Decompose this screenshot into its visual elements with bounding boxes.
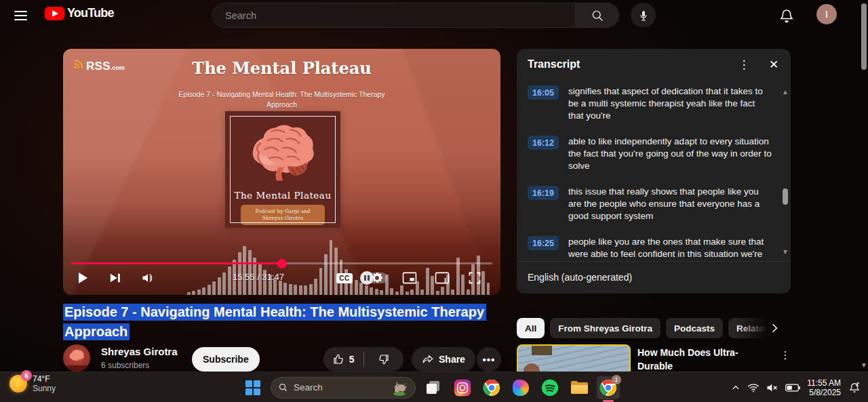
transcript-scrollbar-thumb[interactable]	[783, 188, 788, 205]
notification-center-button[interactable]	[848, 381, 861, 395]
page-scrollbar[interactable]: ▼	[860, 0, 868, 371]
transcript-cue[interactable]: 16:19 this issue that really shows that …	[528, 186, 780, 222]
progress-played[interactable]	[71, 262, 282, 264]
weather-description: Sunny	[33, 384, 56, 393]
cue-timestamp[interactable]: 16:19	[528, 186, 559, 200]
task-view-button[interactable]	[422, 376, 445, 399]
wifi-button[interactable]	[747, 382, 760, 393]
video-title-line1: Episode 7 - Navigating Mental Health: Th…	[63, 304, 486, 321]
thumbs-up-icon	[332, 353, 344, 365]
folder-icon	[571, 381, 588, 394]
voice-search-button[interactable]	[631, 3, 656, 28]
youtube-logo[interactable]: YouTube	[45, 6, 114, 20]
spotify-button[interactable]	[538, 376, 561, 399]
taskbar-weather-widget[interactable]: 6 74°F Sunny	[9, 374, 56, 393]
cue-timestamp[interactable]: 16:25	[528, 236, 559, 250]
transcript-cue[interactable]: 16:12 able to like independently adapt t…	[528, 136, 780, 172]
album-art-byline-line2: Shreyas Girotra	[241, 215, 325, 222]
chrome-button[interactable]	[480, 376, 503, 399]
weather-badge: 6	[21, 370, 32, 381]
transcript-menu-button[interactable]: ⋮	[735, 56, 753, 73]
transcript-scroll-down[interactable]: ▼	[782, 248, 789, 256]
chips-next-button[interactable]	[768, 320, 784, 336]
transcript-body: 16:05 signifies that aspect of dedicatio…	[517, 83, 780, 261]
copilot-button[interactable]	[509, 376, 532, 399]
search-bar	[212, 3, 619, 28]
windows-start-button[interactable]	[241, 376, 264, 399]
transcript-close-button[interactable]: ✕	[765, 56, 783, 73]
tray-overflow-button[interactable]	[731, 383, 741, 393]
episode-subtitle: Episode 7 - Navigating Mental Health: Th…	[63, 89, 500, 110]
file-explorer-button[interactable]	[568, 376, 591, 399]
show-title: The Mental Plateau	[63, 58, 500, 78]
settings-button[interactable]	[366, 266, 389, 289]
related-video-menu[interactable]: ⋮	[778, 347, 792, 363]
dislike-button[interactable]	[364, 347, 404, 371]
active-app-indicator	[603, 400, 614, 402]
instagram-icon	[454, 379, 471, 397]
album-art-title: The Mental Plateau	[225, 190, 340, 201]
video-player[interactable]: RSS .com The Mental Plateau Episode 7 - …	[63, 49, 500, 295]
taskbar-search-placeholder: Search	[294, 382, 385, 393]
like-button[interactable]: 5	[323, 347, 363, 371]
subscribe-button[interactable]: Subscribe	[192, 347, 260, 371]
captions-button[interactable]: CC	[333, 266, 356, 289]
clock-date: 5/8/2025	[807, 388, 841, 397]
miniplayer-button[interactable]	[398, 266, 421, 289]
battery-button[interactable]	[785, 384, 800, 392]
channel-name[interactable]: Shreyas Girotra	[101, 346, 178, 357]
chip-podcasts[interactable]: Podcasts	[666, 318, 723, 338]
instagram-button[interactable]	[451, 376, 474, 399]
notifications-button[interactable]	[778, 5, 799, 26]
volume-button[interactable]	[136, 266, 159, 289]
kebab-icon: ⋮	[738, 58, 750, 71]
subscriber-count: 6 subscribers	[101, 361, 149, 370]
video-title-line2: Approach	[63, 323, 130, 340]
cue-text[interactable]: people like you are the ones that make s…	[568, 236, 772, 261]
chip-related[interactable]: Related	[728, 318, 769, 338]
channel-avatar[interactable]	[63, 344, 90, 371]
chip-all[interactable]: All	[517, 318, 545, 338]
wifi-icon	[747, 382, 760, 393]
transcript-language[interactable]: English (auto-generated)	[528, 272, 632, 283]
taskbar-search-box[interactable]: Search	[271, 377, 416, 399]
menu-icon[interactable]	[11, 7, 30, 24]
account-avatar[interactable]: I	[816, 4, 837, 24]
windows-taskbar: 6 74°F Sunny Search	[0, 371, 868, 402]
speaker-mute-icon	[766, 382, 778, 393]
cue-text[interactable]: able to like independently adapt to ever…	[568, 136, 772, 172]
volume-muted-button[interactable]	[766, 382, 778, 393]
transcript-cue[interactable]: 16:05 signifies that aspect of dedicatio…	[528, 85, 780, 122]
next-button[interactable]	[104, 266, 127, 289]
cue-text[interactable]: signifies that aspect of dedication that…	[568, 85, 772, 122]
album-art-byline: Podcast by Gargi and Shreyas Girotra	[241, 205, 325, 225]
fullscreen-button[interactable]	[463, 266, 486, 289]
windows-logo-icon	[245, 380, 260, 395]
cue-text[interactable]: this issue that really shows that people…	[568, 186, 772, 222]
youtube-logo-text: YouTube	[67, 6, 114, 20]
search-icon	[591, 9, 604, 22]
avatar-initial: I	[825, 9, 828, 20]
chrome-active-button[interactable]: 1	[597, 376, 620, 399]
more-actions-button[interactable]: •••	[477, 347, 501, 371]
episode-subtitle-line1: Episode 7 - Navigating Mental Health: Th…	[63, 89, 500, 100]
cue-timestamp[interactable]: 16:05	[528, 85, 559, 100]
search-button[interactable]	[575, 3, 619, 28]
share-button[interactable]: Share	[412, 347, 475, 371]
share-label: Share	[439, 354, 465, 365]
search-input[interactable]	[212, 3, 575, 28]
theater-mode-button[interactable]	[431, 266, 454, 289]
taskbar-clock[interactable]: 11:55 AM 5/8/2025	[807, 378, 841, 397]
fullscreen-icon	[468, 271, 481, 285]
page-scroll-down[interactable]: ▼	[861, 361, 867, 369]
transcript-scroll-up[interactable]: ▲	[782, 88, 789, 96]
search-icon	[278, 382, 288, 393]
page-scrollbar-thumb[interactable]	[861, 3, 867, 70]
chip-from-channel[interactable]: From Shreyas Girotra	[550, 318, 660, 338]
play-button[interactable]	[71, 266, 94, 289]
cue-timestamp[interactable]: 16:12	[528, 136, 559, 150]
channel-avatar-brain-icon	[68, 348, 85, 365]
transcript-cue[interactable]: 16:25 people like you are the ones that …	[528, 236, 780, 261]
theater-icon	[435, 272, 450, 284]
progress-bar[interactable]	[71, 262, 492, 264]
